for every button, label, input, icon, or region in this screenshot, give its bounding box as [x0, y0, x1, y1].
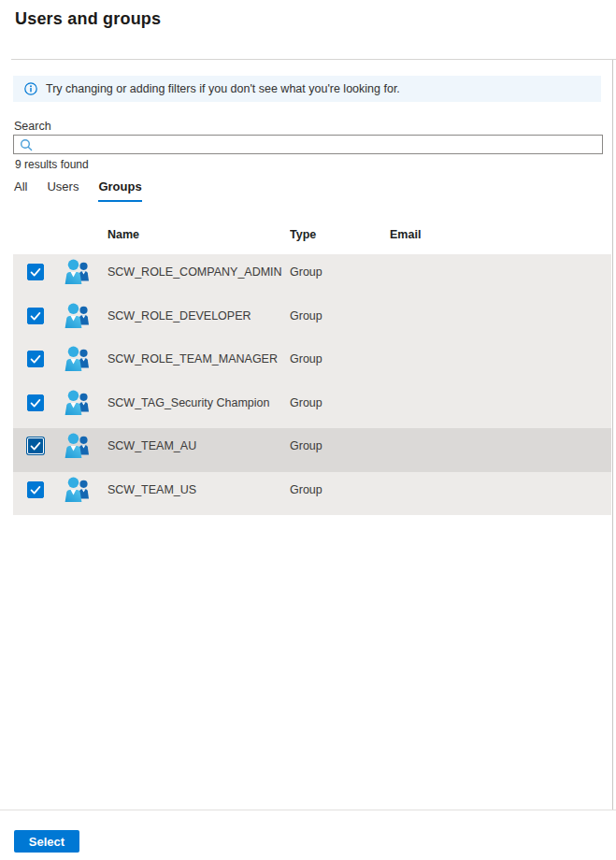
checkbox-cell [13, 394, 44, 411]
row-type: Group [290, 265, 390, 279]
table-row[interactable]: SCW_ROLE_DEVELOPER Group [13, 298, 611, 342]
row-checkbox[interactable] [27, 264, 44, 280]
row-type: Group [290, 439, 390, 452]
info-banner-text: Try changing or adding filters if you do… [46, 82, 400, 95]
row-name: SCW_TEAM_US [107, 483, 290, 496]
users-and-groups-panel: Users and groups Try changing or adding … [0, 0, 616, 860]
column-header-email: Email [390, 228, 611, 241]
row-checkbox[interactable] [27, 351, 44, 367]
search-icon [20, 138, 33, 151]
row-type: Group [290, 483, 390, 496]
tab-users[interactable]: Users [47, 179, 79, 202]
group-icon [63, 388, 93, 418]
table-row[interactable]: SCW_ROLE_COMPANY_ADMIN Group [13, 254, 611, 298]
info-icon [24, 82, 37, 95]
table-row[interactable]: SCW_TEAM_US Group [13, 472, 611, 516]
row-type: Group [290, 309, 390, 322]
checkbox-cell [13, 308, 44, 324]
filter-tabs: All Users Groups [14, 179, 162, 202]
group-icon [63, 257, 93, 287]
icon-cell [62, 431, 93, 461]
results-count: 9 results found [15, 158, 89, 171]
row-checkbox[interactable] [27, 481, 44, 498]
table-row[interactable]: SCW_TEAM_AU Group [13, 428, 611, 472]
panel-right-border [612, 60, 613, 810]
icon-cell [62, 257, 93, 287]
row-name: SCW_TEAM_AU [107, 439, 290, 452]
title-divider [11, 59, 616, 60]
search-box[interactable] [13, 135, 603, 154]
table-row[interactable]: SCW_ROLE_TEAM_MANAGER Group [13, 341, 611, 385]
row-type: Group [290, 396, 390, 409]
column-header-name: Name [107, 228, 290, 241]
search-label: Search [14, 120, 51, 133]
row-type: Group [290, 352, 390, 366]
row-name: SCW_ROLE_DEVELOPER [107, 309, 290, 322]
page-title: Users and groups [15, 9, 161, 29]
results-list: SCW_ROLE_COMPANY_ADMIN Group SCW_ROLE_DE… [13, 254, 611, 515]
checkbox-cell [13, 437, 44, 454]
group-icon [63, 301, 93, 331]
footer-divider [0, 810, 616, 810]
table-row[interactable]: SCW_TAG_Security Champion Group [13, 385, 611, 429]
icon-cell [62, 475, 93, 505]
table-header: Name Type Email [13, 228, 611, 241]
search-input[interactable] [37, 136, 596, 153]
checkbox-cell [13, 351, 44, 367]
icon-cell [62, 388, 93, 418]
group-icon [63, 475, 93, 505]
select-button[interactable]: Select [14, 830, 79, 853]
row-checkbox[interactable] [27, 437, 44, 454]
tab-groups[interactable]: Groups [98, 179, 141, 202]
row-name: SCW_ROLE_TEAM_MANAGER [107, 352, 290, 366]
info-banner: Try changing or adding filters if you do… [13, 76, 601, 102]
icon-cell [62, 301, 93, 331]
row-checkbox[interactable] [27, 308, 44, 324]
checkbox-cell [13, 481, 44, 498]
icon-cell [62, 344, 93, 374]
tab-all[interactable]: All [14, 179, 27, 202]
row-checkbox[interactable] [27, 394, 44, 411]
group-icon [63, 431, 93, 461]
checkbox-cell [13, 264, 44, 280]
column-header-type: Type [290, 228, 390, 241]
row-name: SCW_TAG_Security Champion [107, 396, 290, 409]
group-icon [63, 344, 93, 374]
row-name: SCW_ROLE_COMPANY_ADMIN [107, 265, 290, 279]
